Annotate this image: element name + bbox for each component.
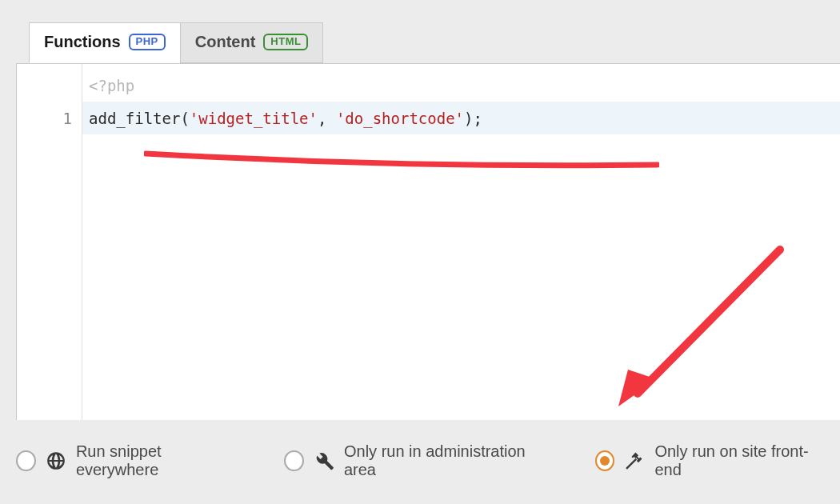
- radio-run-frontend[interactable]: [595, 450, 615, 471]
- option-run-everywhere-label: Run snippet everywhere: [76, 442, 238, 479]
- code-opening-tag: <?php: [82, 69, 840, 102]
- code-editor[interactable]: 1 <?php add_filter('widget_title', 'do_s…: [16, 63, 840, 420]
- run-location-options: Run snippet everywhere Only run in admin…: [16, 442, 824, 479]
- token-string-2: 'do_shortcode': [336, 110, 464, 127]
- editor-code-area[interactable]: <?php add_filter('widget_title', 'do_sho…: [82, 64, 840, 420]
- option-run-frontend-label: Only run on site front-end: [654, 442, 824, 479]
- radio-run-everywhere[interactable]: [16, 450, 36, 471]
- php-badge: PHP: [129, 34, 166, 50]
- snippet-editor-screen: Functions PHP Content HTML 1 <?php add_f…: [0, 0, 840, 504]
- globe-icon: [46, 450, 66, 472]
- token-function: add_filter: [89, 110, 180, 127]
- editor-gutter: 1: [17, 64, 82, 420]
- token-string-1: 'widget_title': [190, 110, 318, 127]
- tab-content[interactable]: Content HTML: [180, 22, 324, 63]
- wrench-icon: [314, 450, 334, 472]
- code-line-1: add_filter('widget_title', 'do_shortcode…: [82, 102, 840, 134]
- hammer-icon: [624, 450, 645, 472]
- token-open-paren: (: [180, 110, 189, 127]
- line-number-1: 1: [17, 102, 82, 134]
- option-run-admin-label: Only run in administration area: [344, 442, 549, 479]
- tab-functions[interactable]: Functions PHP: [29, 22, 181, 63]
- tab-functions-label: Functions: [44, 33, 121, 51]
- token-close: );: [464, 110, 482, 127]
- html-badge: HTML: [263, 34, 308, 50]
- option-run-everywhere[interactable]: Run snippet everywhere: [16, 442, 238, 479]
- radio-run-admin[interactable]: [284, 450, 304, 471]
- token-comma: ,: [318, 110, 336, 127]
- tab-content-label: Content: [195, 33, 256, 51]
- option-run-admin[interactable]: Only run in administration area: [284, 442, 549, 479]
- code-type-tabs: Functions PHP Content HTML: [29, 22, 323, 63]
- option-run-frontend[interactable]: Only run on site front-end: [595, 442, 824, 479]
